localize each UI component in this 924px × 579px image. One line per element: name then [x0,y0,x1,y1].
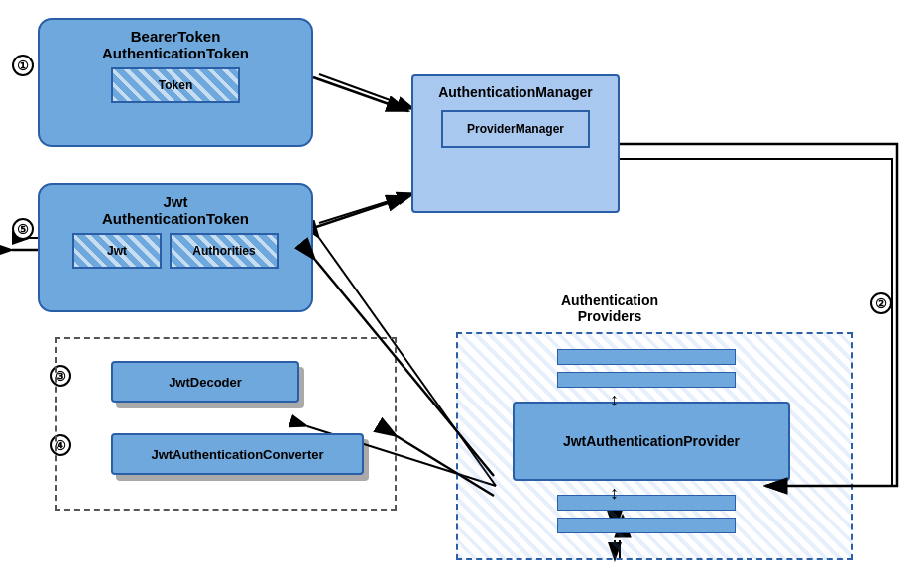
auth-providers-label: AuthenticationProviders [525,292,694,324]
provider-bar-2 [557,372,736,388]
auth-manager-label: AuthenticationManager [421,84,610,100]
bearer-token-box: BearerTokenAuthenticationToken Token [38,18,313,147]
jwt-inner-box: Jwt [72,233,162,269]
jwt-auth-provider-label: JwtAuthenticationProvider [563,433,740,449]
double-arrow-top: ↕ [610,390,619,410]
jwt-converter-label: JwtAuthenticationConverter [151,447,323,462]
authorities-label: Authorities [192,244,255,258]
jwt-auth-provider-box: JwtAuthenticationProvider [513,402,790,481]
number-2: ② [870,292,892,314]
number-5: ⑤ [12,218,34,240]
provider-bar-3 [557,495,736,511]
authorities-inner-box: Authorities [170,233,279,269]
diagram-container: ① ② ③ ④ ⑤ BearerTokenAuthenticationToken… [0,0,924,579]
auth-providers-container: JwtAuthenticationProvider ↕ ↕ [456,332,853,560]
bearer-token-label: BearerTokenAuthenticationToken [48,28,303,61]
svg-line-18 [313,196,408,228]
double-arrow-bottom: ↕ [610,483,619,504]
provider-manager-box: ProviderManager [441,110,590,148]
auth-manager-box: AuthenticationManager ProviderManager [411,74,620,213]
jwt-auth-token-label: JwtAuthenticationToken [48,193,303,227]
number-1: ① [12,55,34,76]
token-inner-box: Token [111,67,240,103]
jwt-converter-box: JwtAuthenticationConverter [111,433,364,475]
jwt-decoder-label: JwtDecoder [169,375,242,390]
decoder-converter-container: JwtDecoder JwtAuthenticationConverter [55,337,397,511]
provider-manager-label: ProviderManager [467,122,564,136]
svg-line-3 [319,193,414,223]
jwt-label: Jwt [107,244,127,258]
jwt-decoder-box: JwtDecoder [111,361,299,403]
provider-bar-4 [557,518,736,533]
token-label: Token [159,78,192,92]
provider-bar-1 [557,349,736,365]
svg-line-17 [313,77,408,111]
jwt-auth-token-box: JwtAuthenticationToken Jwt Authorities [38,183,313,312]
svg-line-2 [319,74,414,109]
